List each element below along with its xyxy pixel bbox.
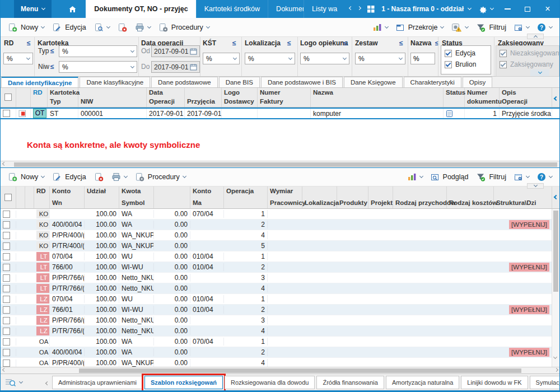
- document-tab[interactable]: Opisy: [463, 77, 492, 87]
- filter-logo-opiekuna-combo[interactable]: %: [300, 53, 349, 64]
- zaksiegowany-checkbox[interactable]: Zaksięgowany: [500, 60, 559, 68]
- table-row[interactable]: LZ P/TR/766/( 100.00 Netto_NKU 0.00 4: [1, 326, 553, 337]
- scroll-right-icon[interactable]: [357, 6, 361, 10]
- table-row[interactable]: OA P/PR/400/( 100.00 WA_NKUP 0.00 4: [1, 358, 553, 367]
- table-row[interactable]: LT 766/00 100.00 WI-WU 0.00 010/04 2 [WY…: [1, 262, 553, 273]
- document-tab[interactable]: Dane Księgowe: [344, 77, 403, 87]
- filter-nazwa-input[interactable]: [410, 53, 435, 64]
- titlebar-tab[interactable]: Dokumenty MT - zmiana mie: [268, 0, 304, 18]
- delete-button[interactable]: [90, 170, 108, 184]
- select-all-checkbox[interactable]: [1, 186, 16, 208]
- lower-horizontal-scrollbar[interactable]: [1, 367, 559, 374]
- logo-dostawcy-column-header[interactable]: LogoDostawcy: [222, 88, 258, 107]
- filter-date-to[interactable]: 2017-09-01: [151, 61, 200, 73]
- status-column-header[interactable]: Status: [444, 88, 465, 107]
- scrollbar-thumb[interactable]: [79, 368, 521, 373]
- scroll-right-icon[interactable]: [553, 368, 559, 373]
- scroll-left-icon[interactable]: [1, 368, 7, 373]
- preview-button[interactable]: Podgląd: [427, 171, 473, 183]
- search-document-button[interactable]: [90, 21, 114, 34]
- row-checkbox[interactable]: [1, 317, 16, 324]
- collapse-columns-button[interactable]: [554, 94, 558, 102]
- filter-typ-combo[interactable]: %: [59, 45, 137, 57]
- view-settings-button[interactable]: [510, 21, 533, 34]
- edit-button[interactable]: Edycja: [48, 21, 90, 34]
- titlebar-tab[interactable]: Kartoteki środków: [196, 0, 268, 18]
- row-checkbox[interactable]: [1, 109, 16, 118]
- zaksiegowany-checkbox[interactable]: Niezaksięgowany: [500, 49, 559, 57]
- table-row[interactable]: OA 400/00/04 100.00 WA 0.00 2 [WYPEŁNIJ]: [1, 347, 553, 358]
- scroll-down-icon[interactable]: [554, 352, 557, 360]
- help-button[interactable]: ?: [533, 21, 556, 34]
- nazwa-column-header[interactable]: Nazwa: [311, 88, 444, 107]
- operations-warning-button[interactable]: [447, 21, 472, 34]
- footer-tab[interactable]: Amortyzacja naturalna: [386, 376, 459, 389]
- filter-niw-combo[interactable]: %: [59, 61, 137, 73]
- table-row[interactable]: LT P/TR/766/( 100.00 Netto_NKU 0.00 4: [1, 283, 553, 294]
- numer-dokumentu-column-header[interactable]: Numerdokumentu: [465, 88, 500, 107]
- chart-button[interactable]: [369, 21, 392, 34]
- table-row[interactable]: KO P/PR/400/( 100.00 WA_NKUP_ 0.00 4: [1, 230, 553, 241]
- operacja-column-header[interactable]: Operacja: [224, 186, 268, 208]
- rodzaj-przychodow-column-header[interactable]: Rodzaj przychodów: [393, 186, 447, 208]
- edit-button[interactable]: Edycja: [48, 170, 90, 184]
- new-button[interactable]: Nowy: [4, 170, 48, 184]
- layout-search-button[interactable]: [1, 378, 27, 387]
- titlebar-tab[interactable]: Dokumenty OT, NO - przyjęc: [86, 0, 195, 18]
- projekt-column-header[interactable]: Projekt: [368, 186, 393, 208]
- typ-column-header[interactable]: KartotekaTyp: [48, 88, 78, 107]
- scrollbar-thumb[interactable]: [553, 211, 558, 292]
- footer-tab[interactable]: Linijki dowodu w FK: [461, 376, 528, 389]
- row-checkbox[interactable]: [1, 274, 16, 282]
- cross-sections-button[interactable]: Przekroje: [392, 21, 448, 34]
- collapse-columns-button[interactable]: [554, 193, 558, 200]
- close-button[interactable]: ×: [542, 0, 554, 18]
- help-button[interactable]: ?: [533, 170, 556, 184]
- upper-horizontal-scrollbar[interactable]: [1, 161, 559, 167]
- kwota-symbol-column-header[interactable]: KwotaSymbol: [119, 186, 154, 208]
- row-checkbox[interactable]: [1, 264, 16, 271]
- footer-tab[interactable]: Administracja uprawnieniami: [52, 376, 143, 389]
- kwota-column-header[interactable]: [154, 186, 190, 208]
- state-column-header[interactable]: [16, 88, 31, 107]
- table-row[interactable]: LZ 766/01 100.00 WI-WU 0.00 010/04 2 [WY…: [1, 305, 553, 315]
- rd-column-header[interactable]: RD: [31, 88, 48, 107]
- chart-button[interactable]: [404, 171, 427, 183]
- filter-rd-combo[interactable]: %: [3, 53, 33, 64]
- scrollbar-thumb[interactable]: [14, 162, 557, 167]
- collapse-toolbar-button[interactable]: [527, 183, 544, 189]
- niw-column-header[interactable]: NIW: [78, 88, 147, 107]
- udzial-column-header[interactable]: Udział: [85, 186, 119, 208]
- scroll-left-icon[interactable]: [349, 6, 353, 10]
- row-checkbox[interactable]: [1, 221, 16, 228]
- row-checkbox[interactable]: [1, 338, 16, 346]
- lokalizacja-column-header[interactable]: Lokalizacja: [302, 186, 337, 208]
- konto-wn-column-header[interactable]: KontoWn: [50, 186, 85, 208]
- document-tab[interactable]: Dane identyfikacyjne: [1, 77, 78, 87]
- data-operacji-column-header[interactable]: DataOperacji: [147, 88, 185, 107]
- pracownicy-column-header[interactable]: WymiarPracownicy: [268, 186, 302, 208]
- konto-ma-column-header[interactable]: KontoMa: [190, 186, 224, 208]
- scroll-left-icon[interactable]: [1, 162, 7, 167]
- row-checkbox[interactable]: [1, 232, 16, 239]
- procedures-button[interactable]: Procedury: [131, 170, 190, 184]
- minimize-button[interactable]: [501, 0, 514, 18]
- document-tab[interactable]: Charakterystyki: [404, 77, 461, 87]
- filter-kst-combo[interactable]: %: [203, 53, 240, 64]
- document-tab[interactable]: Dane klasyfikacyjne: [80, 77, 150, 87]
- table-row[interactable]: LT P/PR/766/( 100.00 Netto_NKU 0.00 3: [1, 273, 553, 283]
- status-checkbox[interactable]: Edycja: [445, 49, 491, 57]
- table-row[interactable]: KO 100.00 WA 0.00 070/04 1: [1, 209, 553, 220]
- row-checkbox[interactable]: [1, 211, 16, 218]
- row-checkbox[interactable]: [1, 242, 16, 250]
- menu-button[interactable]: Menu: [14, 0, 52, 18]
- delete-button[interactable]: [114, 21, 131, 34]
- filter-lokalizacja-combo[interactable]: %: [245, 53, 295, 64]
- view-settings-button[interactable]: [510, 171, 533, 183]
- print-button[interactable]: [108, 170, 131, 184]
- opis-operacji-column-header[interactable]: OpisOperacji: [500, 88, 552, 107]
- rodzaj-kosztow-column-header[interactable]: Rodzaj kosztów: [447, 186, 494, 208]
- filter-date-from[interactable]: 2017-09-01: [151, 45, 200, 57]
- selected-document-row[interactable]: OT ST 000001 2017-09-01 2017-09-01 kompu…: [1, 108, 560, 119]
- tabs-scroll-left[interactable]: [46, 379, 49, 386]
